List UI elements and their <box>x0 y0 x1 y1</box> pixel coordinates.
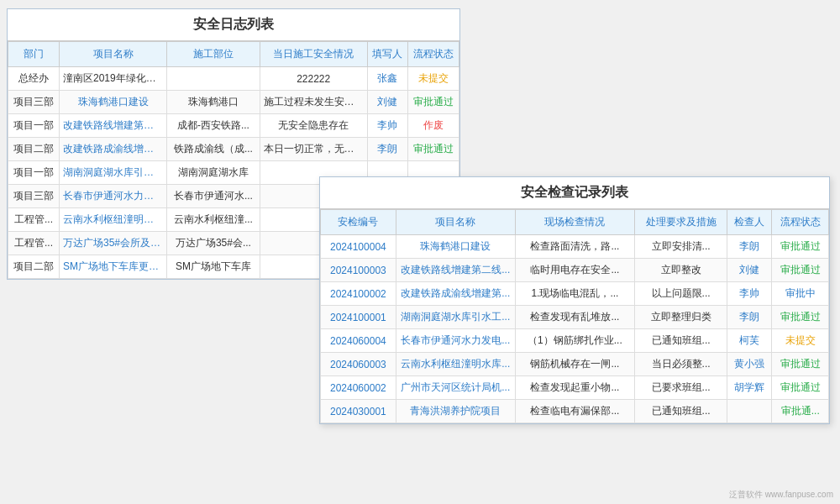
table-cell: （1）钢筋绑扎作业... <box>515 329 634 353</box>
table-cell: 项目一部 <box>8 114 60 138</box>
right-table-header-cell: 检查人 <box>727 210 772 235</box>
table-cell: SM广场地下车库 <box>167 255 260 279</box>
table-cell[interactable]: 珠海鹤港口建设 <box>59 91 166 114</box>
table-row: 项目二部改建铁路成渝线增建第二...铁路成渝线（成...本日一切正常，无事故发.… <box>8 138 459 161</box>
table-cell: 钢筋机械存在一闸... <box>515 353 634 376</box>
right-panel-title: 安全检查记录列表 <box>320 177 829 209</box>
table-cell: 立即整改 <box>635 259 727 282</box>
table-cell[interactable]: 2024100001 <box>321 306 396 329</box>
table-cell[interactable]: 广州市天河区统计局机... <box>396 376 515 400</box>
table-cell: 工程管... <box>8 232 60 255</box>
table-cell[interactable]: 李帅 <box>367 114 407 138</box>
table-cell: 珠海鹤港口 <box>167 91 260 114</box>
table-row: 2024100004珠海鹤港口建设检查路面清洗，路...立即安排清...李朗审批… <box>321 235 829 259</box>
table-cell: 总经办 <box>8 67 60 91</box>
table-cell: 立即安排清... <box>635 235 727 259</box>
left-table-header-cell: 施工部位 <box>167 42 260 67</box>
table-cell: 当日必须整... <box>635 353 727 376</box>
table-cell[interactable]: SM广场地下车库更换撬... <box>59 255 166 279</box>
table-cell: 项目三部 <box>8 91 60 114</box>
table-row: 2024030001青海洪湖养护院项目检查临电有漏保部...已通知班组...审批… <box>321 400 829 423</box>
table-cell: 项目一部 <box>8 161 60 185</box>
table-cell[interactable]: 湖南洞庭湖水库引水工程... <box>59 161 166 185</box>
table-cell: 本日一切正常，无事故发... <box>260 138 367 161</box>
table-cell: 审批通过 <box>408 138 459 161</box>
table-cell: 长春市伊通河水... <box>167 185 260 208</box>
table-cell: 已通知班组... <box>635 400 727 423</box>
table-cell: 审批通过 <box>772 259 829 282</box>
table-cell[interactable]: 长春市伊通河水力发电厂... <box>59 185 166 208</box>
table-cell: 湖南洞庭湖水库 <box>167 161 260 185</box>
table-cell[interactable]: 改建铁路成渝线增建第... <box>396 282 515 306</box>
table-cell: 万达广场35#会... <box>167 232 260 255</box>
table-cell: 云南水利枢纽潼... <box>167 208 260 232</box>
table-cell[interactable]: 李帅 <box>727 282 772 306</box>
table-cell[interactable]: 2024030001 <box>321 400 396 423</box>
table-cell[interactable]: 胡学辉 <box>727 376 772 400</box>
table-row: 2024060003云南水利枢纽潼明水库...钢筋机械存在一闸...当日必须整.… <box>321 353 829 376</box>
table-cell: 已通知班组... <box>635 329 727 353</box>
table-row: 总经办潼南区2019年绿化补贴项...222222张鑫未提交 <box>8 67 459 91</box>
right-table-header: 安检编号项目名称现场检查情况处理要求及措施检查人流程状态 <box>321 210 829 235</box>
table-cell: 222222 <box>260 67 367 91</box>
table-cell: 作废 <box>408 114 459 138</box>
left-table-header-cell: 填写人 <box>367 42 407 67</box>
table-cell[interactable]: 珠海鹤港口建设 <box>396 235 515 259</box>
table-cell[interactable] <box>727 400 772 423</box>
table-cell[interactable]: 改建铁路线增建第二线... <box>396 259 515 282</box>
table-cell[interactable]: 改建铁路线增建第二线直... <box>59 114 166 138</box>
left-table-header-cell: 流程状态 <box>408 42 459 67</box>
table-cell: 审批中 <box>772 282 829 306</box>
table-cell: 审批通过 <box>772 353 829 376</box>
table-cell: 施工过程未发生安全事故... <box>260 91 367 114</box>
right-table-header-cell: 安检编号 <box>321 210 396 235</box>
right-table: 安检编号项目名称现场检查情况处理要求及措施检查人流程状态 2024100004珠… <box>320 209 829 423</box>
table-cell[interactable]: 长春市伊通河水力发电... <box>396 329 515 353</box>
table-cell[interactable]: 改建铁路成渝线增建第二... <box>59 138 166 161</box>
table-row: 2024060002广州市天河区统计局机...检查发现起重小物...已要求班组.… <box>321 376 829 400</box>
table-cell[interactable]: 黄小强 <box>727 353 772 376</box>
right-table-body: 2024100004珠海鹤港口建设检查路面清洗，路...立即安排清...李朗审批… <box>321 235 829 423</box>
table-cell[interactable]: 2024100003 <box>321 259 396 282</box>
table-cell[interactable]: 万达广场35#会所及咖啡... <box>59 232 166 255</box>
left-table-header-cell: 部门 <box>8 42 60 67</box>
right-table-header-cell: 项目名称 <box>396 210 515 235</box>
table-cell[interactable]: 李朗 <box>367 138 407 161</box>
table-cell: 未提交 <box>408 67 459 91</box>
table-cell[interactable]: 李朗 <box>727 306 772 329</box>
table-cell: 1.现场临电混乱，... <box>515 282 634 306</box>
table-cell[interactable]: 云南水利枢纽潼明水库... <box>396 353 515 376</box>
table-cell[interactable]: 青海洪湖养护院项目 <box>396 400 515 423</box>
table-cell: 检查路面清洗，路... <box>515 235 634 259</box>
table-row: 2024100001湖南洞庭湖水库引水工...检查发现有乱堆放...立即整理归类… <box>321 306 829 329</box>
table-row: 2024060004长春市伊通河水力发电...（1）钢筋绑扎作业...已通知班组… <box>321 329 829 353</box>
table-cell[interactable]: 2024060003 <box>321 353 396 376</box>
table-cell: 审批通过 <box>772 306 829 329</box>
left-table-header: 部门项目名称施工部位当日施工安全情况填写人流程状态 <box>8 42 459 67</box>
table-cell[interactable]: 潼南区2019年绿化补贴项... <box>59 67 166 91</box>
table-cell: 审批通过 <box>772 235 829 259</box>
table-cell: 审批通... <box>772 400 829 423</box>
table-cell: 临时用电存在安全... <box>515 259 634 282</box>
table-cell[interactable]: 2024060002 <box>321 376 396 400</box>
table-cell[interactable]: 柯芙 <box>727 329 772 353</box>
table-cell[interactable]: 2024100004 <box>321 235 396 259</box>
table-cell: 审批通过 <box>772 376 829 400</box>
table-cell: 铁路成渝线（成... <box>167 138 260 161</box>
right-table-header-cell: 处理要求及措施 <box>635 210 727 235</box>
table-cell[interactable]: 刘健 <box>727 259 772 282</box>
table-cell[interactable]: 2024100002 <box>321 282 396 306</box>
table-cell[interactable]: 李朗 <box>727 235 772 259</box>
table-cell[interactable]: 2024060004 <box>321 329 396 353</box>
table-row: 2024100003改建铁路线增建第二线...临时用电存在安全...立即整改刘健… <box>321 259 829 282</box>
table-cell[interactable]: 张鑫 <box>367 67 407 91</box>
table-row: 项目三部珠海鹤港口建设珠海鹤港口施工过程未发生安全事故...刘健审批通过 <box>8 91 459 114</box>
table-cell[interactable]: 刘健 <box>367 91 407 114</box>
table-cell[interactable]: 湖南洞庭湖水库引水工... <box>396 306 515 329</box>
table-row: 2024100002改建铁路成渝线增建第...1.现场临电混乱，...以上问题限… <box>321 282 829 306</box>
right-panel: 安全检查记录列表 安检编号项目名称现场检查情况处理要求及措施检查人流程状态 20… <box>319 176 830 424</box>
table-cell[interactable]: 云南水利枢纽潼明水库一... <box>59 208 166 232</box>
table-cell <box>167 67 260 91</box>
table-cell: 立即整理归类 <box>635 306 727 329</box>
table-cell: 工程管... <box>8 208 60 232</box>
